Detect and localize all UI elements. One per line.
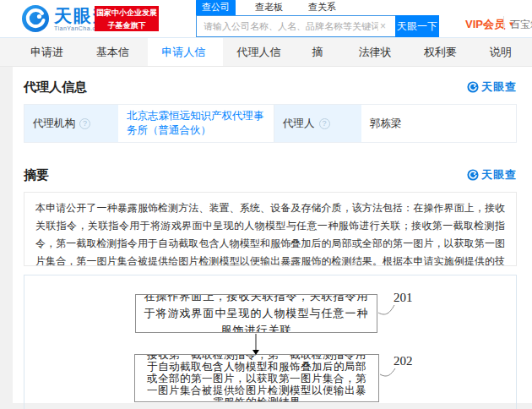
patent-nav-tabbar: 申请进展 基本信息 申请人信息 代理人信息 摘要 法律状态 权利要求 说明书 [0, 37, 532, 67]
tianyancha-watermark-icon [467, 169, 479, 181]
search-clear-icon[interactable]: × [380, 20, 386, 32]
help-icon[interactable]: ? [319, 118, 330, 129]
tab-claims[interactable]: 权利要求 [410, 38, 476, 66]
search-input[interactable] [196, 15, 395, 37]
tab-applicant-info[interactable]: 申请人信息 [148, 38, 223, 66]
search-tab-boss[interactable]: 查老板 [249, 0, 289, 15]
agent-section-title: 代理人信息 [24, 79, 87, 95]
tab-legal-status[interactable]: 法律状态 [345, 38, 410, 66]
agent-info-table: 代理机构 ? 北京志霖恒远知识产权代理事务所（普通合伙） 代理人 ? 郭栋梁 [24, 104, 517, 143]
header-divider [503, 16, 504, 30]
watermark-agent: 天眼查 [467, 79, 517, 95]
agent-org-link[interactable]: 北京志霖恒远知识产权代理事务所（普通合伙） [127, 109, 265, 138]
gov-badge-line1: 国家中小企业发展子基金旗下 [95, 7, 159, 32]
top-header: 天眼查 TianYanCha.com 国家中小企业发展子基金旗下 官方备案企业征… [0, 0, 532, 37]
abstract-section-title: 摘要 [24, 167, 49, 183]
vip-label: VIP会员 [465, 18, 505, 30]
search-tab-relation[interactable]: 查关系 [302, 0, 342, 15]
search-tabs: 查公司 查老板 查关系 [196, 1, 439, 15]
flowchart-connectors [24, 275, 517, 409]
watermark-text: 天眼查 [481, 167, 517, 183]
watermark-text: 天眼查 [481, 79, 517, 95]
patent-flowchart: 在操作界面上，接收关联指令，关联指令用于将游戏界面中呈现的人物模型与任意一种服饰… [24, 275, 517, 409]
agent-person-label: 代理人 [283, 117, 315, 131]
agent-org-value-cell: 北京志霖恒远知识产权代理事务所（普通合伙） [118, 105, 274, 142]
tianyancha-logo-icon [21, 4, 50, 33]
agent-org-label-cell: 代理机构 ? [24, 105, 118, 142]
treasure-box-link[interactable]: 百宝箱 [510, 18, 532, 32]
watermark-abstract: 天眼查 [467, 167, 517, 183]
tab-basic-info[interactable]: 基本信息 [83, 38, 149, 66]
agent-org-label: 代理机构 [33, 117, 75, 131]
search-button[interactable]: 天眼一下 [395, 15, 439, 37]
abstract-text: 本申请公开了一种暴露服饰检测方法、装置、系统、设备及存储介质，该方法包括：在操作… [24, 192, 517, 266]
tab-application-progress[interactable]: 申请进展 [17, 38, 83, 66]
tab-description[interactable]: 说明书 [476, 38, 532, 66]
gov-certification-badge: 国家中小企业发展子基金旗下 官方备案企业征信机构 [95, 6, 159, 31]
vip-member-link[interactable]: VIP会员 ▼ [465, 17, 515, 32]
agent-person-name: 郭栋梁 [370, 117, 402, 131]
search-area: 查公司 查老板 查关系 天眼一下 × [196, 1, 439, 37]
agent-person-value-cell: 郭栋梁 [361, 105, 516, 142]
agent-person-label-cell: 代理人 ? [274, 105, 361, 142]
tianyancha-watermark-icon [467, 81, 479, 93]
help-icon[interactable]: ? [79, 118, 90, 129]
search-tab-company[interactable]: 查公司 [196, 0, 236, 15]
tab-abstract[interactable]: 摘要 [299, 38, 345, 66]
content-card: 代理人信息 天眼查 代理机构 ? 北京志霖恒远知识产权代理事务所（普通合伙） 代… [13, 67, 532, 403]
tab-agent-info[interactable]: 代理人信息 [223, 38, 298, 66]
